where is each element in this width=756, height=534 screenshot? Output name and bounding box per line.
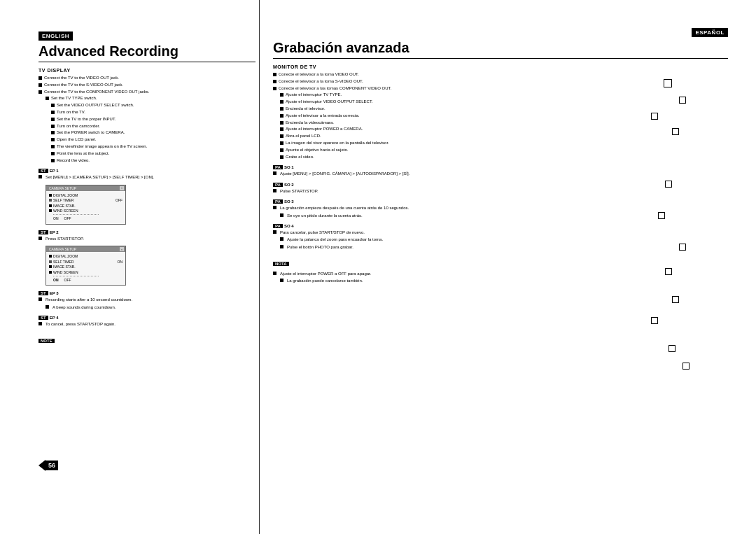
bullet-text: Encienda la videocámara. [286,120,334,126]
bullet-text: Ajuste el televisor a la entrada correct… [286,113,359,119]
bullet-item: Encienda la videocámara. [280,120,476,126]
bullet-icon [51,131,55,134]
bullet-item: Point the lens at the subject. [51,151,255,157]
spanish-step3-label: PA SO 3 [273,199,476,204]
screen-option: ON [53,216,59,220]
page-num-value: 56 [46,461,58,470]
step2-desc: Press START/STOP. [46,236,84,241]
step3-label: ST EP 3 [38,291,255,295]
spanish-badge-row: ESPAÑOL [273,28,728,37]
bullet-icon [280,155,284,159]
screen-row-text: DIGITAL ZOOM [53,254,78,258]
bullet-icon [280,237,284,241]
page-num-triangle-icon [38,460,46,471]
bullet-icon [280,121,284,125]
spanish-step4-sub2-desc: Pulse el botón PHOTO para grabar. [287,244,354,250]
spanish-step1-content: Ajuste [MENU] > [CONFIG. CÁMARA] > [AUTO… [273,171,476,176]
bullet-icon [273,272,276,275]
screen-dot [49,260,52,263]
diagram-square [665,268,672,275]
bullet-text: La imagen del visor aparece en la pantal… [286,141,389,146]
step1-desc: Set [MENU] > [CAMERA SETUP] > [SELF TIME… [46,174,154,180]
spanish-content-layout: Conecte el televisor a la toma VIDEO OUT… [273,72,728,352]
spanish-step3-block: PA SO 3 La grabación empieza después de … [273,199,476,218]
bullet-text: The viewfinder image appears on the TV s… [57,144,147,150]
bullet-icon [280,134,284,138]
step4-label: ST EP 4 [38,316,255,320]
bullet-icon [51,111,55,114]
step1-num-text: EP 1 [50,169,59,173]
step4-block: ST EP 4 To cancel, press START/STOP agai… [38,316,255,327]
diagram-square [682,363,690,370]
bullet-icon [51,152,55,155]
diagram-square [672,296,679,303]
diagram-square [651,113,658,120]
bullet-icon [46,97,49,100]
screen-dot [49,199,52,202]
step3-num: ST [38,291,48,295]
screen-row: IMAGE STAB. [49,265,122,269]
bullet-item: The viewfinder image appears on the TV s… [51,144,255,150]
screen-dot [49,255,52,258]
bullet-icon [280,107,284,111]
dotted-separator-2 [53,276,99,276]
step2-num: ST [38,230,48,234]
screen-row-text: WIND SCREEN [53,209,78,213]
screen-row: DIGITAL ZOOM [49,193,122,197]
bullet-text: Set the TV TYPE switch. [51,96,97,101]
screen-option: OFF [64,278,71,282]
bullet-icon [273,230,276,234]
spanish-step2-num: PA [273,183,283,187]
english-title: Advanced Recording [38,43,255,62]
bullet-item: Encienda el televisor. [280,106,476,112]
bullet-text: Set the POWER switch to CAMERA. [57,130,125,136]
monitor-tv-header: MONITOR DE TV [273,64,728,69]
bullet-icon [280,127,284,131]
bullet-text: Set the VIDEO OUTPUT SELECT switch. [57,103,134,108]
page-container: ENGLISH Advanced Recording TV DISPLAY Co… [0,0,756,534]
spanish-bullets-left: Conecte el televisor a la toma VIDEO OUT… [273,72,476,352]
spanish-step3-num-text: SO 3 [284,199,294,204]
screen-row: WIND SCREEN [49,270,122,274]
spanish-note-label: NOTA [273,262,289,266]
screen-row-text: SELF TIMER [53,260,74,264]
spanish-step5-block: Ajuste el interruptor POWER a OFF para a… [273,271,476,284]
bullet-icon [280,213,284,217]
screen-close-btn: × [120,186,124,190]
bullet-icon [38,322,42,325]
bullet-icon [51,159,55,162]
diagram-square [665,181,672,188]
bullet-item: Turn on the camcorder. [51,124,255,129]
step3-desc: Recording starts after a 10 second count… [46,297,132,302]
screen-value: OFF [115,198,122,202]
bullet-icon [51,138,55,141]
screen-row: IMAGE STAB. [49,204,122,208]
bullet-item: Open the LCD panel. [51,137,255,143]
bullet-icon [280,279,284,282]
bullet-item: Connect the TV to the VIDEO OUT jack. [38,76,255,81]
diagram-square [664,79,672,87]
step4-content: To cancel, press START/STOP again. [38,321,255,327]
spanish-step2-desc: Pulse START/STOP. [280,188,318,194]
bullet-icon [273,206,276,209]
spanish-step1-num-text: SO 1 [284,165,294,169]
screen-row-text: DIGITAL ZOOM [53,193,78,197]
spanish-step2-label: PA SO 2 [273,183,476,187]
bullet-text: Encienda el televisor. [286,106,326,112]
bullet-icon [280,245,284,248]
page-number-block: 56 [38,460,58,471]
english-bullets: Connect the TV to the VIDEO OUT jack. Co… [38,76,255,163]
spanish-step2-num-text: SO 2 [284,183,294,187]
bullet-text: Turn on the camcorder. [57,124,100,129]
screen-row: DIGITAL ZOOM [49,254,122,258]
bullet-item: Ajuste el interruptor POWER a CAMERA. [280,127,476,132]
bullet-text: Set the TV to the proper INPUT. [57,117,116,122]
tv-display-header: TV DISPLAY [38,68,255,73]
dotted-separator [53,214,99,215]
bullet-text: Abra el panel LCD. [286,134,321,139]
bullet-item: Set the TV TYPE switch. [46,96,255,101]
spanish-step3-sub: Se oye un pitido durante la cuenta atrás… [280,213,476,218]
note-label: NOTE [38,339,55,343]
bullet-text: Connect the TV to the COMPONENT VIDEO OU… [44,90,149,95]
bullet-item: Grabe el video. [280,155,476,160]
